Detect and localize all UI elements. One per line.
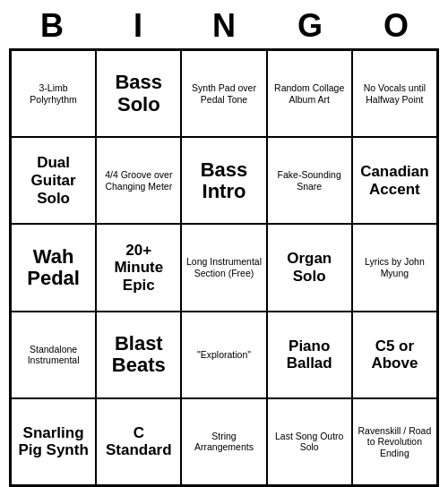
bingo-cell-17: "Exploration": [181, 312, 266, 398]
bingo-cell-9: Canadian Accent: [352, 137, 437, 224]
bingo-cell-15: Standalone Instrumental: [11, 312, 96, 398]
bingo-cell-5: Dual Guitar Solo: [11, 137, 96, 224]
bingo-cell-4: No Vocals until Halfway Point: [352, 50, 437, 137]
bingo-cell-19: C5 or Above: [352, 312, 437, 398]
bingo-grid: 3-Limb PolyrhythmBass SoloSynth Pad over…: [9, 48, 439, 487]
bingo-cell-14: Lyrics by John Myung: [352, 224, 437, 311]
bingo-cell-21: C Standard: [96, 398, 181, 485]
bingo-header: B I N G O: [9, 0, 439, 48]
bingo-cell-8: Fake-Sounding Snare: [267, 137, 352, 224]
bingo-cell-3: Random Collage Album Art: [267, 50, 352, 137]
bingo-cell-10: Wah Pedal: [11, 224, 96, 311]
letter-o: O: [358, 7, 435, 45]
bingo-cell-16: Blast Beats: [96, 312, 181, 398]
bingo-cell-2: Synth Pad over Pedal Tone: [181, 50, 266, 137]
bingo-cell-1: Bass Solo: [96, 50, 181, 137]
letter-n: N: [185, 7, 263, 45]
bingo-cell-18: Piano Ballad: [267, 312, 352, 398]
bingo-cell-24: Ravenskill / Road to Revolution Ending: [352, 398, 437, 485]
letter-i: I: [99, 7, 177, 45]
bingo-cell-20: Snarling Pig Synth: [11, 398, 96, 485]
bingo-cell-6: 4/4 Groove over Changing Meter: [96, 137, 181, 224]
letter-b: B: [13, 7, 90, 45]
bingo-cell-13: Organ Solo: [267, 224, 352, 311]
letter-g: G: [271, 7, 349, 45]
bingo-cell-12: Long Instrumental Section (Free): [181, 224, 266, 311]
bingo-cell-7: Bass Intro: [181, 137, 266, 224]
bingo-cell-0: 3-Limb Polyrhythm: [11, 50, 96, 137]
bingo-cell-11: 20+ Minute Epic: [96, 224, 181, 311]
bingo-cell-22: String Arrangements: [181, 398, 266, 485]
bingo-cell-23: Last Song Outro Solo: [267, 398, 352, 485]
